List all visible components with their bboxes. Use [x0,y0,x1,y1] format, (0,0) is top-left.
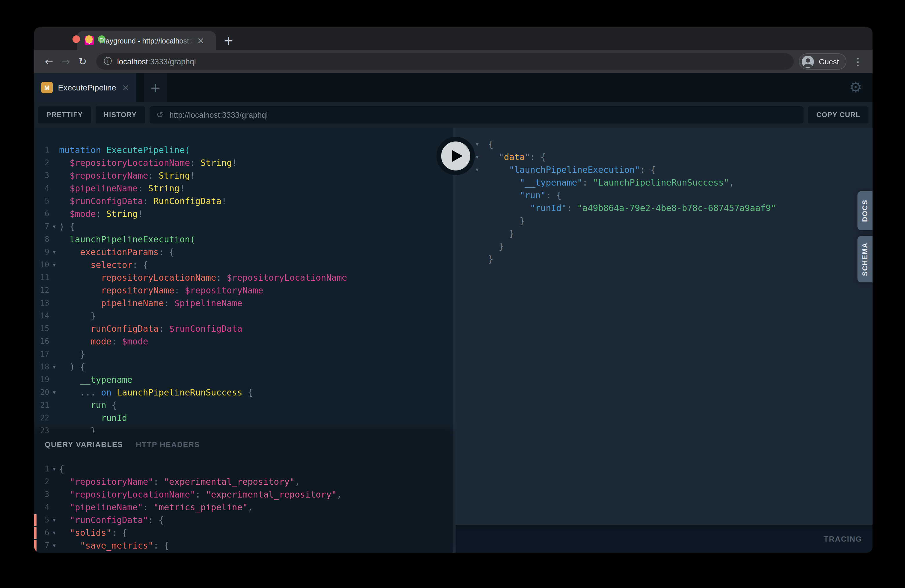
fold-arrow-icon[interactable]: ▾ [49,526,59,539]
fold-arrow-icon[interactable]: ▾ [49,463,59,475]
variables-code-line[interactable]: 6▾ "solids": { [34,526,453,539]
profile-button[interactable]: Guest [799,53,846,70]
variables-code-line[interactable]: 5▾ "runConfigData": { [34,514,453,526]
line-number: 5 [34,195,49,208]
query-code-line[interactable]: 8 launchPipelineExecution( [34,233,453,246]
fold-arrow-icon[interactable]: ▾ [49,539,59,552]
mutation-badge: M [41,82,53,93]
settings-gear-icon[interactable]: ⚙ [849,79,862,96]
query-code-line[interactable]: 23 } [34,424,453,432]
fold-gutter-spacer [49,399,59,412]
code-text: selector: { [59,259,148,272]
code-text: ) { [59,220,75,233]
fold-arrow-icon[interactable]: ▾ [49,361,59,373]
variables-code-line[interactable]: 2 "repositoryName": "experimental_reposi… [34,475,453,488]
fold-arrow-icon[interactable]: ▾ [49,246,59,259]
query-code-line[interactable]: 15 runConfigData: $runConfigData [34,323,453,335]
code-text: } [488,254,493,264]
code-text: launchPipelineExecution( [59,233,195,246]
new-tab-button[interactable]: + [220,32,237,49]
query-code-line[interactable]: 18▾ ) { [34,361,453,373]
new-session-button[interactable]: + [144,73,167,102]
query-code-line[interactable]: 9▾ executionParams: { [34,246,453,259]
line-number: 15 [34,323,49,335]
response-code-line: ▾ "data": { [456,151,873,164]
copy-curl-button[interactable]: COPY CURL [808,106,868,124]
tab-close-icon[interactable]: × [197,36,204,45]
query-code-line[interactable]: 13 pipelineName: $pipelineName [34,297,453,310]
code-text: "data": { [488,152,546,162]
query-code-line[interactable]: 22 runId [34,412,453,424]
forward-button[interactable]: → [57,53,74,70]
page: Playground - http://localhost:3 × + ← → … [0,0,905,588]
http-headers-tab[interactable]: HTTP HEADERS [136,440,200,448]
fold-arrow-icon[interactable]: ▾ [473,138,481,151]
session-tab-bar: M ExecutePipeline × + ⚙ [34,73,873,102]
code-text: } [488,229,514,239]
site-info-icon[interactable]: ⓘ [104,56,112,67]
docs-tab[interactable]: DOCS [857,191,873,230]
history-button[interactable]: HISTORY [96,106,145,124]
fold-arrow-icon[interactable]: ▾ [49,386,59,399]
response-code-line: "__typename": "LaunchPipelineRunSuccess"… [456,176,873,189]
code-text: $pipelineName: String! [59,182,185,195]
back-button[interactable]: ← [41,53,57,70]
minimize-window-button[interactable] [85,35,93,43]
query-code-line[interactable]: 12 repositoryName: $repositoryName [34,284,453,297]
session-tab-executepipeline[interactable]: M ExecutePipeline × [34,73,136,102]
fold-arrow-icon[interactable]: ▾ [49,259,59,272]
query-code-line[interactable]: 3 $repositoryName: String! [34,169,453,182]
query-code-line[interactable]: 14 } [34,310,453,323]
close-window-button[interactable] [73,35,80,43]
avatar-icon [802,56,814,68]
variables-code-line[interactable]: 7▾ "save_metrics": { [34,539,453,552]
query-code-line[interactable]: 16 mode: $mode [34,335,453,348]
session-tab-close-icon[interactable]: × [122,83,129,93]
query-code-line[interactable]: 2 $repositoryLocationName: String! [34,157,453,169]
query-code-line[interactable]: 6 $mode: String! [34,208,453,220]
query-code-line[interactable]: 21 run { [34,399,453,412]
tab-title: Playground - http://localhost:3 [99,37,194,45]
query-code-line[interactable]: 20▾ ... on LaunchPipelineRunSuccess { [34,386,453,399]
fold-gutter-spacer [49,284,59,297]
line-number: 14 [34,310,49,323]
code-text: run { [59,399,117,412]
code-text: mutation ExecutePipeline( [59,144,190,157]
fold-gutter-spacer [49,233,59,246]
prettify-button[interactable]: PRETTIFY [38,106,91,124]
variables-code-line[interactable]: 4 "pipelineName": "metrics_pipeline", [34,501,453,514]
query-code-line[interactable]: 5 $runConfigData: RunConfigData! [34,195,453,208]
query-code-line[interactable]: 1mutation ExecutePipeline( [34,144,453,157]
query-code-line[interactable]: 17 } [34,348,453,361]
fold-gutter-spacer [49,373,59,386]
schema-tab[interactable]: SCHEMA [857,236,873,283]
line-number: 3 [34,488,49,501]
line-number: 8 [34,233,49,246]
variables-code-line[interactable]: 1▾{ [34,463,453,475]
fold-arrow-icon[interactable]: ▾ [49,220,59,233]
execute-button[interactable] [437,137,475,175]
tracing-label[interactable]: TRACING [824,534,862,543]
graphql-playground: M ExecutePipeline × + ⚙ PRETTIFY HISTORY… [34,73,873,553]
browser-toolbar: ← → ↻ ⓘ localhost:3333/graphql Guest ⋮ [34,50,873,73]
query-code-line[interactable]: 7▾) { [34,220,453,233]
browser-menu-button[interactable]: ⋮ [850,56,866,67]
variables-code-line[interactable]: 3 "repositoryLocationName": "experimenta… [34,488,453,501]
line-number: 19 [34,373,49,386]
address-bar[interactable]: ⓘ localhost:3333/graphql [96,53,794,70]
query-code-line[interactable]: 4 $pipelineName: String! [34,182,453,195]
query-editor[interactable]: 1mutation ExecutePipeline(2 $repositoryL… [34,127,453,432]
code-text: __typename [59,373,132,386]
code-text: } [59,424,96,432]
endpoint-input[interactable]: ↺ http://localhost:3333/graphql [149,106,803,124]
code-text: "__typename": "LaunchPipelineRunSuccess"… [488,178,734,188]
query-code-line[interactable]: 10▾ selector: { [34,259,453,272]
variables-editor[interactable]: 1▾{2 "repositoryName": "experimental_rep… [34,456,453,552]
query-variables-tab[interactable]: QUERY VARIABLES [44,440,123,448]
fold-gutter-spacer [49,323,59,335]
fold-arrow-icon[interactable]: ▾ [473,164,481,176]
fold-arrow-icon[interactable]: ▾ [49,514,59,526]
reload-button[interactable]: ↻ [74,53,91,70]
query-code-line[interactable]: 11 repositoryLocationName: $repositoryLo… [34,272,453,284]
query-code-line[interactable]: 19 __typename [34,373,453,386]
